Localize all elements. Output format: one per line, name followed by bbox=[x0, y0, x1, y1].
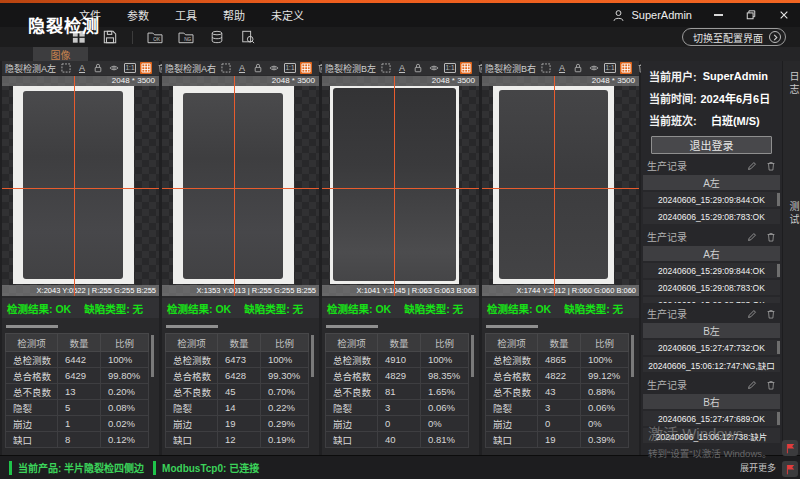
image-viewport[interactable]: 2048 * 3500 X:1353 Y:0013 | R:255 G:255 … bbox=[162, 76, 319, 296]
lock-icon[interactable] bbox=[572, 62, 584, 74]
grid-icon[interactable] bbox=[140, 62, 152, 74]
menu-bar: 文件参数工具帮助未定义 bbox=[66, 3, 317, 27]
current-user-row: 当前用户: SuperAdmin bbox=[641, 68, 782, 83]
stat-name: 缺口 bbox=[6, 432, 58, 448]
image-viewport[interactable]: 2048 * 3500 X:1744 Y:2912 | R:060 G:060 … bbox=[482, 76, 639, 296]
restore-button[interactable] bbox=[745, 9, 757, 21]
roi-rect-icon[interactable] bbox=[540, 62, 552, 74]
record-item[interactable]: 20240606_15:06:12:738:缺片 bbox=[643, 428, 780, 443]
trash-icon[interactable] bbox=[766, 380, 776, 390]
image-search-icon[interactable] bbox=[239, 29, 257, 45]
record-item[interactable]: 20240606_15:29:09:844:OK bbox=[643, 192, 780, 207]
folder-ok-icon[interactable]: OK bbox=[146, 29, 164, 45]
database-icon[interactable] bbox=[208, 29, 226, 45]
record-item[interactable]: 20240606_15:27:47:689:OK bbox=[643, 411, 780, 426]
switch-to-config-button[interactable]: 切换至配置界面 bbox=[682, 28, 786, 46]
fit-text-icon[interactable]: A bbox=[556, 62, 568, 74]
horizontal-scrollbar[interactable] bbox=[486, 325, 538, 328]
edit-pencil-icon[interactable] bbox=[747, 380, 757, 390]
edit-pencil-icon[interactable] bbox=[747, 161, 757, 171]
fit-text-icon[interactable]: A bbox=[396, 62, 408, 74]
record-item[interactable]: 20240606_15:29:08:783:OK bbox=[643, 297, 780, 303]
current-user[interactable]: SuperAdmin bbox=[612, 3, 692, 27]
roi-rect-icon[interactable] bbox=[380, 62, 392, 74]
eye-icon[interactable] bbox=[268, 62, 280, 74]
solar-cell bbox=[23, 91, 123, 279]
scrollbar-thumb[interactable] bbox=[777, 193, 780, 206]
stat-ratio: 98.35% bbox=[421, 368, 469, 384]
record-item[interactable]: 20240606_15:29:09:844:OK bbox=[643, 263, 780, 278]
panel-a-right: 隐裂检测A右 A 1:1 2048 * 3500 X:1353 Y:0013 |… bbox=[162, 61, 319, 455]
record-section-b-left: 生产记录 B左 20240606_15:27:47:732:OK20240606… bbox=[641, 306, 782, 374]
edit-pencil-icon[interactable] bbox=[747, 232, 757, 242]
one-to-one-icon[interactable]: 1:1 bbox=[284, 63, 296, 73]
tab-test[interactable]: 测试 bbox=[786, 201, 800, 227]
minimize-button[interactable] bbox=[712, 9, 724, 21]
window-controls bbox=[712, 3, 790, 27]
expand-label[interactable]: 展开更多 bbox=[740, 461, 776, 474]
stat-count: 4865 bbox=[538, 352, 581, 368]
stat-count: 3 bbox=[378, 400, 421, 416]
fit-text-icon[interactable]: A bbox=[76, 62, 88, 74]
record-item[interactable]: 20240606_15:29:08:783:OK bbox=[643, 209, 780, 224]
stat-count: 81 bbox=[378, 384, 421, 400]
horizontal-scrollbar[interactable] bbox=[6, 325, 58, 328]
one-to-one-icon[interactable]: 1:1 bbox=[124, 63, 136, 73]
trash-icon[interactable] bbox=[766, 309, 776, 319]
image-viewport[interactable]: 2048 * 3500 X:2043 Y:0522 | R:255 G:255 … bbox=[2, 76, 159, 296]
vertical-scrollbar[interactable] bbox=[311, 335, 314, 377]
menu-item[interactable]: 工具 bbox=[162, 7, 210, 23]
stat-count: 6442 bbox=[58, 352, 101, 368]
one-to-one-icon[interactable]: 1:1 bbox=[604, 63, 616, 73]
logout-button[interactable]: 退出登录 bbox=[651, 136, 772, 154]
lock-icon[interactable] bbox=[412, 62, 424, 74]
scrollbar-thumb[interactable] bbox=[777, 341, 780, 354]
stat-count: 19 bbox=[538, 432, 581, 448]
roi-rect-icon[interactable] bbox=[60, 62, 72, 74]
menu-item[interactable]: 参数 bbox=[114, 7, 162, 23]
vertical-scrollbar[interactable] bbox=[151, 335, 154, 377]
tab-image[interactable]: 图像 bbox=[33, 47, 88, 61]
close-button[interactable] bbox=[778, 9, 790, 21]
record-item[interactable]: 20240606_15:29:08:783:OK bbox=[643, 280, 780, 295]
eye-icon[interactable] bbox=[108, 62, 120, 74]
crosshair-horizontal bbox=[2, 188, 159, 189]
image-viewport[interactable]: 2048 * 3500 X:1041 Y:1045 | R:063 G:063 … bbox=[322, 76, 479, 296]
grid-icon[interactable] bbox=[620, 62, 632, 74]
menu-item[interactable]: 帮助 bbox=[210, 7, 258, 23]
stat-ratio: 0.12% bbox=[101, 432, 149, 448]
stat-ratio: 100% bbox=[421, 352, 469, 368]
vertical-scrollbar[interactable] bbox=[471, 335, 474, 377]
trash-icon[interactable] bbox=[766, 161, 776, 171]
menu-item[interactable]: 未定义 bbox=[258, 7, 317, 23]
green-accent bbox=[153, 461, 156, 475]
flag-icon[interactable] bbox=[782, 440, 798, 456]
table-header-cell: 检测项 bbox=[486, 334, 538, 352]
scrollbar-thumb[interactable] bbox=[777, 412, 780, 425]
grid-icon[interactable] bbox=[460, 62, 472, 74]
trash-icon[interactable] bbox=[766, 232, 776, 242]
stat-ratio: 0.70% bbox=[261, 384, 309, 400]
result-row: 检测结果: OK 缺陷类型: 无 bbox=[322, 298, 479, 318]
grid-icon[interactable] bbox=[300, 62, 312, 74]
record-item[interactable]: 20240606_15:27:47:732:OK bbox=[643, 340, 780, 355]
tab-log[interactable]: 日志 bbox=[786, 71, 800, 97]
eye-icon[interactable] bbox=[588, 62, 600, 74]
save-icon[interactable] bbox=[101, 29, 119, 45]
lock-icon[interactable] bbox=[252, 62, 264, 74]
record-section-a-right: 生产记录 A右 20240606_15:29:09:844:OK20240606… bbox=[641, 229, 782, 303]
edit-pencil-icon[interactable] bbox=[747, 309, 757, 319]
eye-icon[interactable] bbox=[428, 62, 440, 74]
fit-text-icon[interactable]: A bbox=[236, 62, 248, 74]
folder-ng-icon[interactable]: NG bbox=[177, 29, 195, 45]
vertical-scrollbar[interactable] bbox=[631, 335, 634, 377]
horizontal-scrollbar[interactable] bbox=[326, 325, 378, 328]
scrollbar-thumb[interactable] bbox=[777, 264, 780, 277]
one-to-one-icon[interactable]: 1:1 bbox=[444, 63, 456, 73]
record-item[interactable]: 20240606_15:06:12:747:NG,缺口 bbox=[643, 357, 780, 372]
horizontal-scrollbar[interactable] bbox=[166, 325, 218, 328]
lock-icon[interactable] bbox=[92, 62, 104, 74]
flag-icon[interactable] bbox=[782, 461, 798, 477]
roi-rect-icon[interactable] bbox=[220, 62, 232, 74]
stats-table: 检测项数量比例 总检测数6473100%总合格数642899.30%总不良数45… bbox=[165, 333, 309, 448]
